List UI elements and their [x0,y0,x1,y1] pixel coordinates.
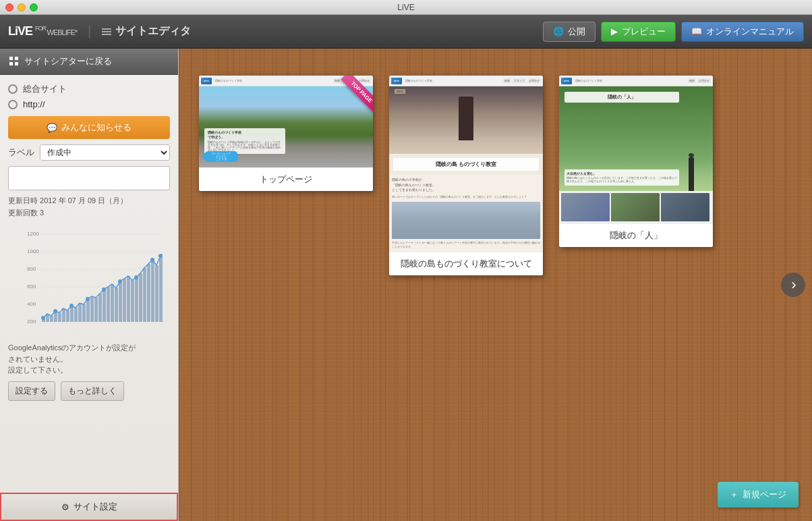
minimize-button[interactable] [18,3,26,11]
settings-button[interactable]: 設定する [8,381,55,401]
svg-point-46 [102,287,106,292]
card2-title: 隠岐の島ものづくり教室について [389,252,543,275]
sidebar: サイトシアターに戻る 総合サイト http:// 💬 みんなに知らせる ラベル [0,49,179,521]
book-icon: 📖 [691,26,702,36]
notify-button[interactable]: 💬 みんなに知らせる [8,116,170,139]
svg-point-45 [86,297,90,301]
chart-svg: 1200 1000 800 600 400 200 [8,225,163,333]
svg-text:200: 200 [27,319,36,325]
card2-body: 隠岐の島の小学校が「隠岐の島ものづくり教室」として生まれ変わりました。 本レポー… [389,175,543,252]
topbar: LiVE FOR WEBLIFE* | サイトエディタ 🌐 公開 ▶ プレビュー… [0,15,812,49]
svg-rect-23 [86,299,90,322]
main-layout: サイトシアターに戻る 総合サイト http:// 💬 みんなに知らせる ラベル [0,49,812,521]
grid-icon [9,57,19,66]
svg-point-47 [118,279,122,283]
card2-text-box: 隠岐の島 ものづくり教室 [389,154,543,175]
card3-forest: 隠岐の「人」 大自然が人を育む。 隠岐の島にはたくさんの人々が生活しています。こ… [559,86,713,191]
card2-corridor: 2年生 [389,86,543,154]
svg-rect-41 [159,256,163,322]
traffic-lights [5,3,38,11]
label-text: ラベル [8,146,34,159]
page-card-2[interactable]: 2 omc 隠岐のものづくり学校 概要スタッフお問合せ 2年生 隠岐の島 ものづ… [389,76,543,275]
page-number-3: 3 [559,76,561,84]
divider: | [88,24,91,39]
svg-rect-28 [107,287,110,322]
svg-rect-18 [66,310,69,322]
maximize-button[interactable] [30,3,38,11]
svg-point-49 [150,258,154,262]
updated-date: 更新日時 2012 年 07 月 09 日（月） [8,196,170,206]
svg-point-48 [134,275,138,279]
pages-content: 1 TOP PAGE omc 隠岐のものづくり学校 概要スタッフお問合せ 隠岐の… [179,49,812,521]
svg-rect-21 [78,303,82,322]
topbar-right: 🌐 公開 ▶ プレビュー 📖 オンラインマニュアル [543,22,804,42]
site-editor-label: サイトエディタ [102,24,191,38]
svg-rect-35 [135,277,138,322]
text-input[interactable] [8,166,170,190]
svg-text:600: 600 [27,283,36,290]
manual-button[interactable]: 📖 オンラインマニュアル [681,22,804,42]
update-count: 更新回数 3 [8,208,170,218]
svg-text:1200: 1200 [27,231,39,237]
plus-icon: ＋ [730,489,738,501]
site-name-section: 総合サイト http:// [8,83,170,109]
url-icon [8,100,18,109]
back-to-theater-button[interactable]: サイトシアターに戻る [0,49,178,75]
sidebar-content: 総合サイト http:// 💬 みんなに知らせる ラベル 作成中 更新日時 [0,75,178,493]
site-icon [8,84,18,94]
logo-live: LiVE [8,24,32,38]
globe-icon: 🌐 [553,26,564,36]
svg-rect-36 [139,273,142,322]
svg-rect-33 [127,276,130,322]
preview-button[interactable]: ▶ プレビュー [601,22,676,42]
svg-rect-17 [62,308,65,322]
titlebar: LiVE [0,0,812,15]
page-number-1: 1 [199,76,201,84]
label-row: ラベル 作成中 [8,144,170,161]
new-page-button[interactable]: ＋ 新規ページ [718,482,799,508]
card1-title: トップページ [199,167,373,191]
detail-button[interactable]: もっと詳しく [61,381,124,401]
site-name: 総合サイト [23,83,67,95]
koukai-button[interactable]: 🌐 公開 [543,22,596,42]
page-card-1[interactable]: 1 TOP PAGE omc 隠岐のものづくり学校 概要スタッフお問合せ 隠岐の… [199,76,373,191]
svg-rect-29 [111,284,114,322]
chat-icon: 💬 [47,123,57,133]
site-settings-button[interactable]: ⚙ サイト設定 [0,493,178,521]
svg-text:400: 400 [27,301,36,307]
page-card-3[interactable]: 3 omc 隠岐のものづくり学校 概要お問合せ 隠岐の「人」 大自然が人を育む。 [559,76,713,247]
svg-point-42 [41,316,45,320]
svg-rect-24 [90,296,94,322]
card3-small-images [559,191,713,223]
card3-header: omc 隠岐のものづくり学校 概要お問合せ [559,76,713,86]
sidebar-actions: 設定する もっと詳しく [8,381,170,401]
card3-nav: 概要お問合せ [688,78,711,83]
svg-text:1000: 1000 [27,248,39,254]
card2-logo: omc [391,78,402,84]
svg-text:800: 800 [27,266,36,272]
analytics-chart: 1200 1000 800 600 400 200 [8,225,170,335]
card3-logo: omc [561,78,572,84]
svg-rect-30 [115,288,118,322]
svg-rect-34 [131,280,134,322]
site-url: http:// [23,99,45,109]
card2-nav: 概要スタッフお問合せ [503,78,541,83]
play-icon: ▶ [611,26,618,36]
svg-point-43 [53,309,57,313]
svg-rect-22 [82,304,86,322]
svg-rect-20 [74,308,78,322]
svg-rect-19 [70,306,74,322]
card1-logo: omc [201,78,212,84]
window-title: LiVE [397,3,414,12]
svg-rect-40 [155,265,158,322]
svg-rect-31 [119,281,122,322]
svg-rect-32 [123,279,126,322]
svg-rect-38 [147,264,150,322]
label-select[interactable]: 作成中 [40,144,170,161]
close-button[interactable] [5,3,13,11]
svg-rect-27 [103,290,106,322]
card3-title: 隠岐の「人」 [559,223,713,247]
svg-rect-14 [50,316,53,322]
card2-header: omc 隠岐のものづくり学校 概要スタッフお問合せ [389,76,543,86]
next-page-arrow[interactable] [781,273,805,297]
